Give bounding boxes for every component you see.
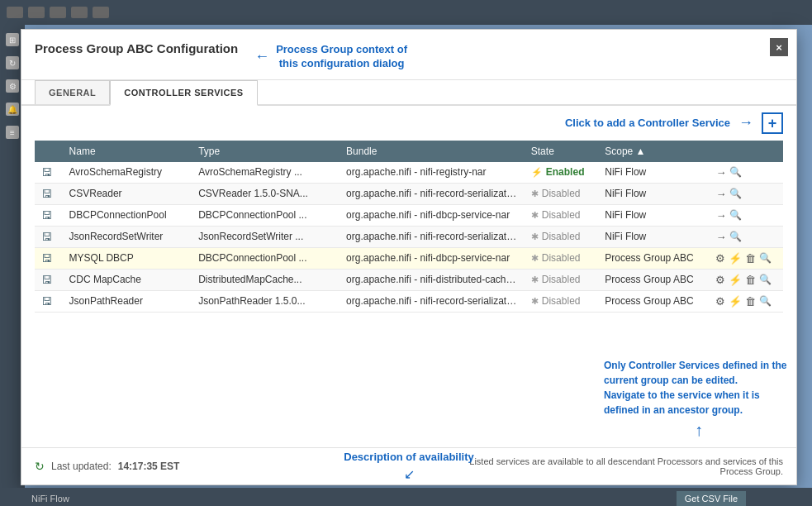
row-bundle: org.apache.nifi - nifi-distributed-cache… (340, 269, 525, 290)
action-search-icon[interactable]: 🔍 (759, 252, 772, 264)
action-gear-icon[interactable]: ⚙ (715, 252, 725, 265)
row-icon: 🖫 (35, 183, 63, 204)
row-state: ✱Disabled (525, 247, 598, 269)
context-arrow-icon: ← (254, 48, 269, 65)
tabs-bar: GENERAL CONTROLLER SERVICES (21, 80, 796, 106)
row-icon: 🖫 (35, 226, 63, 247)
tab-general[interactable]: GENERAL (35, 80, 110, 104)
row-name: CSVReader (63, 183, 192, 204)
action-navigate-icon[interactable]: → (715, 231, 726, 243)
add-annotation-arrow-icon: → (738, 114, 753, 131)
dialog-header: Process Group ABC Configuration ← Proces… (21, 30, 796, 80)
row-actions: ⚙⚡🗑🔍 (709, 290, 783, 312)
col-header-type[interactable]: Type (192, 141, 340, 162)
table-row: 🖫CSVReaderCSVReader 1.5.0-SNA...org.apac… (35, 183, 783, 204)
table-row: 🖫CDC MapCacheDistributedMapCache...org.a… (35, 269, 783, 290)
row-name: AvroSchemaRegistry (63, 162, 192, 184)
edit-annotation-text: Only Controller Services defined in the … (604, 358, 786, 418)
col-header-state[interactable]: State (525, 141, 598, 162)
col-header-scope[interactable]: Scope ▲ (598, 141, 709, 162)
table-row: 🖫DBCPConnectionPoolDBCPConnectionPool ..… (35, 204, 783, 226)
action-search-icon[interactable]: 🔍 (729, 188, 742, 199)
add-service-bar: Click to add a Controller Service → + (21, 106, 796, 141)
footer-last-updated: ↻ Last updated: 14:17:35 EST (35, 460, 179, 473)
row-type: JsonRecordSetWriter ... (192, 226, 340, 247)
availability-annotation: Description of availability ↙ (344, 451, 474, 482)
row-bundle: org.apache.nifi - nifi-dbcp-service-nar (340, 247, 525, 269)
tab-controller-services[interactable]: CONTROLLER SERVICES (110, 80, 257, 106)
row-actions: →🔍 (709, 162, 783, 184)
row-icon: 🖫 (35, 290, 63, 312)
toolbar-icon-2 (28, 7, 45, 18)
col-header-actions (709, 141, 783, 162)
get-csv-button[interactable]: Get CSV File (677, 491, 746, 506)
add-controller-service-button[interactable]: + (762, 112, 783, 134)
toolbar-icon-1 (7, 7, 23, 18)
row-scope: NiFi Flow (598, 162, 709, 184)
context-annotation: ← Process Group context of this configur… (254, 43, 407, 71)
table-body: 🖫AvroSchemaRegistryAvroSchemaRegistry ..… (35, 162, 783, 313)
sidebar-icon-4[interactable]: 🔔 (6, 103, 19, 116)
row-scope: NiFi Flow (598, 204, 709, 226)
table-header: Name Type Bundle State Scope ▲ (35, 141, 783, 162)
action-bolt-icon[interactable]: ⚡ (729, 252, 742, 265)
action-search-icon[interactable]: 🔍 (729, 166, 742, 178)
col-header-bundle[interactable]: Bundle (340, 141, 525, 162)
bottom-bar: NiFi Flow Get CSV File (0, 488, 812, 506)
row-scope: Process Group ABC (598, 269, 709, 290)
action-delete-icon[interactable]: 🗑 (745, 295, 756, 308)
row-actions: ⚙⚡🗑🔍 (709, 247, 783, 269)
last-updated-time: 14:17:35 EST (118, 461, 180, 472)
row-icon: 🖫 (35, 269, 63, 290)
refresh-icon[interactable]: ↻ (35, 460, 45, 473)
dialog-footer: ↻ Last updated: 14:17:35 EST Description… (21, 447, 796, 485)
row-bundle: org.apache.nifi - nifi-record-serializat… (340, 290, 525, 312)
row-state: ✱Disabled (525, 269, 598, 290)
listed-services-text: Listed services are available to all des… (453, 456, 783, 476)
table-row: 🖫JsonPathReaderJsonPathReader 1.5.0...or… (35, 290, 783, 312)
last-updated-label: Last updated: (51, 461, 112, 472)
action-search-icon[interactable]: 🔍 (759, 274, 772, 285)
availability-arrow-icon: ↙ (344, 466, 474, 482)
row-state: ✱Disabled (525, 204, 598, 226)
sidebar-icon-3[interactable]: ⚙ (6, 79, 19, 93)
row-scope: Process Group ABC (598, 290, 709, 312)
table-row: 🖫JsonRecordSetWriterJsonRecordSetWriter … (35, 226, 783, 247)
row-type: DBCPConnectionPool ... (192, 204, 340, 226)
row-name: DBCPConnectionPool (63, 204, 192, 226)
action-search-icon[interactable]: 🔍 (759, 295, 772, 307)
sidebar-icon-1[interactable]: ⊞ (6, 33, 19, 46)
edit-annotation-container: Only Controller Services defined in the … (604, 358, 794, 440)
action-navigate-icon[interactable]: → (715, 188, 726, 200)
action-search-icon[interactable]: 🔍 (729, 209, 742, 221)
action-delete-icon[interactable]: 🗑 (745, 274, 756, 286)
action-navigate-icon[interactable]: → (715, 166, 726, 179)
row-name: MYSQL DBCP (63, 247, 192, 269)
action-navigate-icon[interactable]: → (715, 209, 726, 222)
table-row: 🖫MYSQL DBCPDBCPConnectionPool ...org.apa… (35, 247, 783, 269)
context-annotation-text: Process Group context of this configurat… (276, 43, 407, 71)
row-bundle: org.apache.nifi - nifi-record-serializat… (340, 226, 525, 247)
table-row: 🖫AvroSchemaRegistryAvroSchemaRegistry ..… (35, 162, 783, 184)
col-header-name[interactable]: Name (63, 141, 192, 162)
row-state: ✱Disabled (525, 290, 598, 312)
action-bolt-icon[interactable]: ⚡ (729, 295, 742, 308)
row-type: DistributedMapCache... (192, 269, 340, 290)
action-search-icon[interactable]: 🔍 (729, 231, 742, 242)
row-type: JsonPathReader 1.5.0... (192, 290, 340, 312)
availability-annotation-text: Description of availability (344, 451, 474, 463)
row-bundle: org.apache.nifi - nifi-dbcp-service-nar (340, 204, 525, 226)
close-button[interactable]: × (770, 38, 788, 56)
action-delete-icon[interactable]: 🗑 (745, 252, 756, 265)
row-name: CDC MapCache (63, 269, 192, 290)
action-gear-icon[interactable]: ⚙ (715, 274, 725, 286)
row-scope: Process Group ABC (598, 247, 709, 269)
row-state: ✱Disabled (525, 183, 598, 204)
sidebar-icon-2[interactable]: ↻ (6, 56, 19, 69)
row-scope: NiFi Flow (598, 183, 709, 204)
sidebar-icon-5[interactable]: ≡ (6, 126, 19, 139)
action-bolt-icon[interactable]: ⚡ (729, 274, 742, 286)
row-type: DBCPConnectionPool ... (192, 247, 340, 269)
dialog-title: Process Group ABC Configuration (35, 41, 238, 55)
action-gear-icon[interactable]: ⚙ (715, 295, 725, 308)
